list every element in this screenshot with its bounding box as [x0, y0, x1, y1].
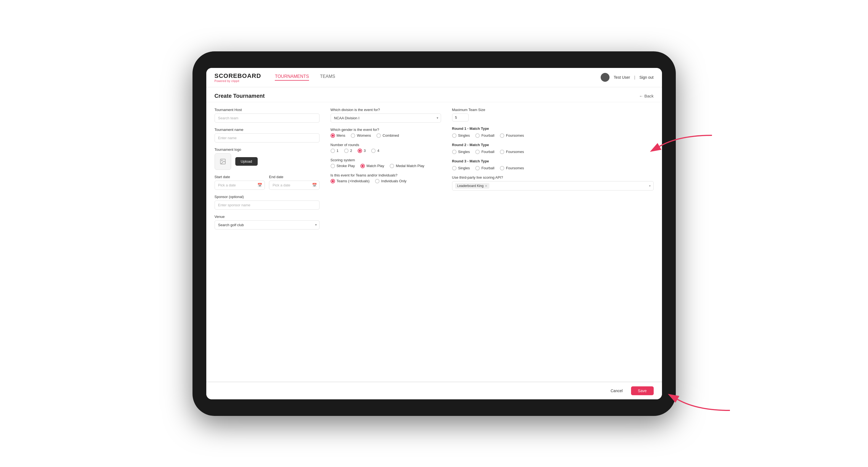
scoring-match-label: Match Play: [367, 164, 384, 168]
scoring-medal-radio[interactable]: [390, 164, 394, 168]
end-date-label: End date: [269, 175, 319, 179]
host-label: Tournament Host: [215, 108, 319, 112]
gender-womens-radio[interactable]: [351, 133, 355, 138]
round3-foursomes[interactable]: Foursomes: [500, 166, 524, 170]
round1-match-group: Round 1 - Match Type Singles Fourball: [452, 126, 654, 138]
max-team-input[interactable]: [452, 114, 469, 122]
scoring-match-radio[interactable]: [361, 164, 365, 168]
nav-right: Test User | Sign out: [601, 73, 653, 82]
individuals-label: Individuals Only: [381, 179, 406, 183]
round2-fourball-radio[interactable]: [475, 150, 480, 154]
rounds-group: Number of rounds 1 2: [331, 143, 441, 153]
round-3-radio[interactable]: [358, 149, 362, 153]
api-tag-text: Leaderboard King: [457, 184, 484, 188]
round-2-radio[interactable]: [344, 149, 348, 153]
end-date-wrapper: 📅: [269, 181, 319, 190]
start-date-input[interactable]: [215, 181, 265, 190]
round2-fourball-label: Fourball: [482, 150, 494, 154]
round3-foursomes-radio[interactable]: [500, 166, 504, 170]
round-4-label: 4: [377, 149, 379, 153]
teams-label: Is this event for Teams and/or Individua…: [331, 173, 441, 177]
round3-singles[interactable]: Singles: [452, 166, 470, 170]
back-link[interactable]: ← Back: [639, 94, 654, 98]
host-input[interactable]: [215, 114, 319, 123]
gender-womens[interactable]: Womens: [351, 133, 371, 138]
gender-combined-radio[interactable]: [376, 133, 381, 138]
form-footer: Cancel Save: [206, 382, 662, 399]
logo-area: SCOREBOARD Powered by clippit: [215, 72, 261, 83]
round3-fourball[interactable]: Fourball: [475, 166, 494, 170]
round-2-label: 2: [350, 149, 352, 153]
nav-link-teams[interactable]: TEAMS: [320, 74, 335, 81]
api-remove-icon[interactable]: ×: [485, 184, 487, 188]
nav-link-tournaments[interactable]: TOURNAMENTS: [275, 74, 309, 81]
round-1[interactable]: 1: [331, 149, 339, 153]
gender-mens[interactable]: Mens: [331, 133, 345, 138]
round-4-radio[interactable]: [371, 149, 376, 153]
teams-option[interactable]: Teams (+Individuals): [331, 179, 370, 183]
round-2[interactable]: 2: [344, 149, 352, 153]
scoring-stroke[interactable]: Stroke Play: [331, 164, 355, 168]
gender-combined-label: Combined: [382, 133, 399, 137]
scoring-radio-group: Stroke Play Match Play Medal Match Play: [331, 164, 441, 168]
scoring-medal-label: Medal Match Play: [396, 164, 424, 168]
scoring-medal[interactable]: Medal Match Play: [390, 164, 424, 168]
round1-foursomes[interactable]: Foursomes: [500, 133, 524, 138]
round1-singles[interactable]: Singles: [452, 133, 470, 138]
nav-links: TOURNAMENTS TEAMS: [275, 74, 601, 81]
upload-button[interactable]: Upload: [235, 157, 258, 166]
sponsor-input[interactable]: [215, 200, 319, 210]
arrow-bottom-svg: [675, 391, 730, 413]
arrow-top-svg: [657, 132, 712, 155]
sign-out-link[interactable]: Sign out: [639, 75, 653, 80]
individuals-radio[interactable]: [375, 179, 379, 183]
round3-fourball-radio[interactable]: [475, 166, 480, 170]
round-4[interactable]: 4: [371, 149, 379, 153]
gender-combined[interactable]: Combined: [376, 133, 399, 138]
scoring-stroke-radio[interactable]: [331, 164, 335, 168]
round1-fourball-radio[interactable]: [475, 133, 480, 138]
round2-foursomes[interactable]: Foursomes: [500, 150, 524, 154]
round1-foursomes-label: Foursomes: [506, 133, 524, 137]
division-label: Which division is the event for?: [331, 108, 441, 112]
end-date-input[interactable]: [269, 181, 319, 190]
round-1-radio[interactable]: [331, 149, 335, 153]
user-info: Test User: [614, 75, 630, 80]
logo-label: Tournament logo: [215, 148, 319, 152]
avatar: [601, 73, 610, 82]
round2-singles-radio[interactable]: [452, 150, 457, 154]
round2-singles[interactable]: Singles: [452, 150, 470, 154]
page-wrapper: SCOREBOARD Powered by clippit TOURNAMENT…: [0, 0, 868, 467]
name-input[interactable]: [215, 133, 319, 143]
save-button[interactable]: Save: [631, 386, 654, 395]
division-select[interactable]: NCAA Division I: [331, 114, 441, 123]
round3-foursomes-label: Foursomes: [506, 166, 524, 170]
teams-radio[interactable]: [331, 179, 335, 183]
form-col-right: Maximum Team Size Round 1 - Match Type S…: [452, 108, 654, 235]
round2-fourball[interactable]: Fourball: [475, 150, 494, 154]
api-input-wrapper[interactable]: Leaderboard King × ▾: [452, 181, 654, 191]
round2-foursomes-radio[interactable]: [500, 150, 504, 154]
cancel-button[interactable]: Cancel: [607, 386, 627, 395]
round-1-label: 1: [337, 149, 339, 153]
form-col-middle: Which division is the event for? NCAA Di…: [331, 108, 441, 235]
gender-mens-radio[interactable]: [331, 133, 335, 138]
gender-label: Which gender is the event for?: [331, 128, 441, 132]
round-3[interactable]: 3: [358, 149, 366, 153]
start-date-wrapper: 📅: [215, 181, 265, 190]
api-tag: Leaderboard King ×: [455, 183, 490, 189]
tablet-screen: SCOREBOARD Powered by clippit TOURNAMENT…: [206, 68, 662, 399]
round1-foursomes-radio[interactable]: [500, 133, 504, 138]
round1-fourball[interactable]: Fourball: [475, 133, 494, 138]
individuals-option[interactable]: Individuals Only: [375, 179, 406, 183]
scoring-match[interactable]: Match Play: [361, 164, 384, 168]
venue-select[interactable]: Search golf club: [215, 220, 319, 229]
logo-placeholder: [215, 153, 231, 170]
gender-womens-label: Womens: [357, 133, 371, 137]
round1-singles-radio[interactable]: [452, 133, 457, 138]
teams-radio-group: Teams (+Individuals) Individuals Only: [331, 179, 441, 183]
api-label: Use third-party live scoring API?: [452, 175, 654, 180]
round3-singles-radio[interactable]: [452, 166, 457, 170]
rounds-label: Number of rounds: [331, 143, 441, 147]
content-area: Create Tournament ← Back Tournament Host…: [206, 87, 662, 382]
